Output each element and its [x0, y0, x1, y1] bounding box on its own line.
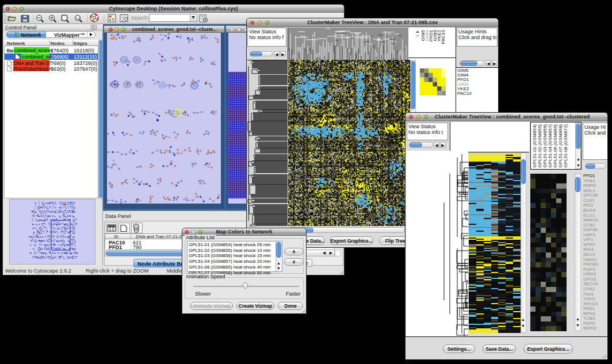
svg-text:1:1: 1:1: [76, 17, 80, 20]
